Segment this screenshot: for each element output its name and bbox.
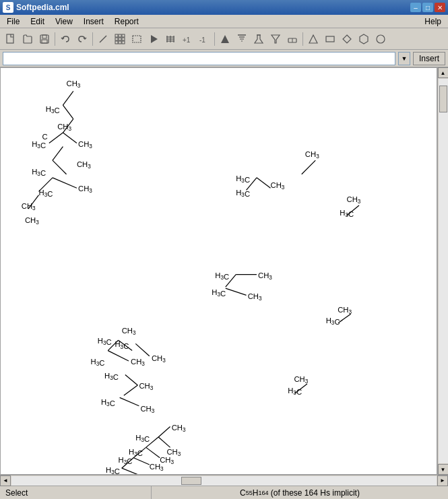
- redo-btn[interactable]: [74, 31, 90, 47]
- svg-text:C: C: [42, 133, 48, 141]
- horizontal-scrollbar[interactable]: ◄ ►: [0, 475, 448, 486]
- menu-insert[interactable]: Insert: [78, 15, 109, 28]
- svg-marker-35: [343, 35, 351, 43]
- svg-rect-11: [115, 41, 118, 44]
- svg-text:CH3: CH3: [67, 79, 81, 89]
- hex-btn[interactable]: [356, 31, 372, 47]
- filter-btn[interactable]: [267, 31, 284, 47]
- scroll-thumb-h[interactable]: [181, 477, 201, 485]
- svg-text:CH3: CH3: [152, 354, 166, 364]
- atom-table-btn[interactable]: [112, 31, 128, 47]
- window-title: Softpedia.cml: [16, 3, 69, 12]
- svg-line-107: [146, 447, 160, 457]
- svg-text:H3C: H3C: [288, 387, 302, 396]
- scroll-up-btn[interactable]: ▲: [438, 67, 449, 78]
- svg-text:CH3: CH3: [150, 463, 164, 472]
- input-dropdown-btn[interactable]: ▼: [398, 52, 410, 65]
- bond-single-btn[interactable]: [95, 31, 111, 47]
- svg-rect-34: [326, 36, 334, 42]
- svg-line-101: [158, 427, 170, 437]
- scroll-down-btn[interactable]: ▼: [438, 464, 449, 475]
- svg-text:H3C: H3C: [101, 398, 115, 407]
- svg-text:H3C: H3C: [32, 168, 46, 177]
- insert-button[interactable]: Insert: [413, 52, 445, 65]
- svg-rect-0: [7, 34, 13, 43]
- menu-view[interactable]: View: [50, 15, 78, 28]
- svg-text:H3C: H3C: [236, 174, 250, 184]
- canvas-wrapper: .lbl { font-family: Arial, sans-serif; f…: [0, 67, 448, 475]
- scroll-track-h[interactable]: [11, 476, 437, 486]
- scroll-track-v[interactable]: [439, 79, 448, 463]
- svg-text:CH3: CH3: [122, 327, 136, 336]
- svg-text:CH3: CH3: [305, 150, 319, 160]
- svg-text:CH3: CH3: [78, 185, 92, 194]
- svg-line-4: [100, 36, 106, 42]
- toolbar-sep-3: [214, 32, 215, 46]
- scroll-left-btn[interactable]: ◄: [0, 475, 11, 486]
- svg-text:CH3: CH3: [140, 405, 154, 414]
- svg-line-47: [63, 133, 77, 143]
- play-btn[interactable]: [146, 31, 162, 47]
- formula-input[interactable]: [3, 52, 395, 65]
- svg-line-115: [122, 468, 139, 474]
- toolbar: +1 -1: [0, 28, 448, 50]
- svg-marker-33: [309, 35, 317, 43]
- title-bar-left: S Softpedia.cml: [3, 2, 69, 13]
- svg-line-91: [125, 375, 137, 385]
- svg-text:CH3: CH3: [140, 473, 154, 474]
- svg-marker-15: [151, 35, 158, 43]
- svg-line-71: [302, 160, 316, 174]
- rect-btn[interactable]: [322, 31, 338, 47]
- svg-line-39: [63, 91, 73, 105]
- molecule-canvas[interactable]: .lbl { font-family: Arial, sans-serif; f…: [0, 67, 437, 475]
- menu-help[interactable]: Help: [419, 15, 447, 28]
- svg-line-61: [135, 343, 150, 356]
- multi-bond-btn[interactable]: [162, 31, 179, 47]
- stereo-up-btn[interactable]: [217, 31, 233, 47]
- undo-btn[interactable]: [57, 31, 73, 47]
- svg-text:H3C: H3C: [135, 434, 150, 443]
- new-file-btn[interactable]: [3, 31, 19, 47]
- charge-minus-btn[interactable]: -1: [196, 31, 212, 47]
- molecule-svg: .lbl { font-family: Arial, sans-serif; f…: [1, 68, 437, 474]
- svg-line-45: [49, 133, 63, 143]
- eraser-btn[interactable]: [284, 31, 300, 47]
- main-wrapper: .lbl { font-family: Arial, sans-serif; f…: [0, 67, 448, 486]
- save-btn[interactable]: [36, 31, 53, 47]
- title-bar: S Softpedia.cml – □ ✕: [0, 0, 448, 15]
- svg-text:CH3: CH3: [271, 181, 285, 191]
- maximize-button[interactable]: □: [422, 3, 433, 12]
- open-shape-btn[interactable]: [20, 31, 36, 47]
- scroll-right-btn[interactable]: ►: [437, 475, 448, 486]
- svg-text:CH3: CH3: [139, 382, 153, 391]
- charge-plus-btn[interactable]: +1: [179, 31, 195, 47]
- svg-text:H3C: H3C: [32, 140, 46, 149]
- toolbar-sep-1: [55, 32, 55, 46]
- svg-text:H3C: H3C: [236, 189, 250, 198]
- vertical-scrollbar[interactable]: ▲ ▼: [437, 67, 448, 475]
- carbon-count: 55: [246, 490, 253, 496]
- svg-text:H3C: H3C: [340, 209, 354, 218]
- close-button[interactable]: ✕: [435, 3, 445, 12]
- svg-rect-2: [42, 35, 46, 38]
- circle-btn[interactable]: [373, 31, 389, 47]
- menu-bar: File Edit View Insert Report Help: [0, 15, 448, 28]
- select-rect-btn[interactable]: [129, 31, 145, 47]
- menu-report[interactable]: Report: [109, 15, 144, 28]
- svg-rect-14: [133, 36, 141, 42]
- svg-text:CH3: CH3: [248, 292, 262, 302]
- svg-marker-30: [271, 35, 280, 43]
- menu-file[interactable]: File: [1, 15, 25, 28]
- flask-btn[interactable]: [251, 31, 267, 47]
- stereo-down-btn[interactable]: [234, 31, 250, 47]
- toolbar-sep-4: [302, 32, 303, 46]
- scroll-thumb-v[interactable]: [439, 86, 447, 112]
- diamond-btn[interactable]: [339, 31, 355, 47]
- triangle-btn[interactable]: [305, 31, 321, 47]
- svg-line-93: [124, 385, 138, 395]
- svg-text:H3C: H3C: [98, 337, 112, 346]
- title-controls[interactable]: – □ ✕: [410, 3, 445, 12]
- svg-text:CH3: CH3: [172, 424, 186, 433]
- menu-edit[interactable]: Edit: [25, 15, 50, 28]
- minimize-button[interactable]: –: [410, 3, 421, 12]
